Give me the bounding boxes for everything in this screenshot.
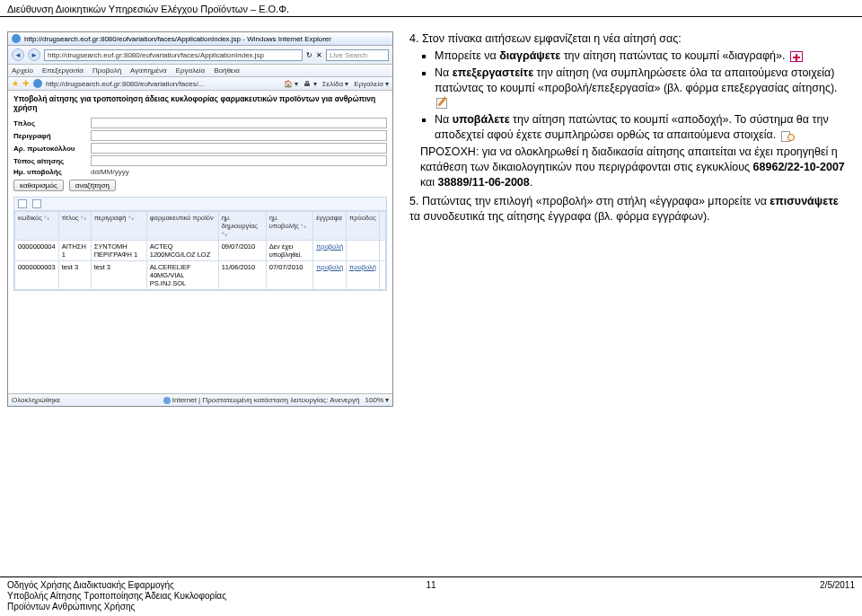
cell-kodikos: 0000000003 xyxy=(15,261,59,290)
step-4: 4. Στον πίνακα αιτήσεων εμφανίζεται η νέ… xyxy=(409,31,849,190)
bullet-warning: ΠΡΟΣΟΧΗ: για να ολοκληρωθεί η διαδικασία… xyxy=(420,145,849,190)
proodos-link[interactable]: προβολή xyxy=(349,263,376,271)
command-bar: 🏠 ▾ 🖶 ▾ Σελίδα ▾ Εργαλεία ▾ xyxy=(284,80,389,88)
edit-icon xyxy=(436,98,449,109)
eggrafa-link[interactable]: προβολή xyxy=(316,242,343,251)
col-hm-dim[interactable]: ημ. δημιουργίας ˢₓ xyxy=(218,212,266,241)
step-5: 5. Πατώντας την επιλογή «προβολή» στη στ… xyxy=(409,194,849,224)
col-titlos[interactable]: τίτλος ˢₓ xyxy=(58,212,91,241)
browser-window: http://drugsearch.eof.gr:8080/eofvariati… xyxy=(7,31,393,407)
val-hm: dd/MM/yyyy xyxy=(91,168,129,176)
cell-hm-yp: 07/07/2010 xyxy=(266,261,312,290)
browser-address-bar: ◄ ► http://drugsearch.eof.gr:8080/eofvar… xyxy=(8,46,392,65)
page-title: Υποβολή αίτησης για τροποποίηση άδειας κ… xyxy=(13,94,387,112)
col-hm-yp[interactable]: ημ. υποβολής ˢₓ xyxy=(266,212,312,241)
page-header: Διεύθυνση Διοικητικών Υπηρεσιών Ελέγχου … xyxy=(0,0,862,17)
cell-proodos xyxy=(347,241,380,261)
window-title: http://drugsearch.eof.gr:8080/eofvariati… xyxy=(24,35,331,43)
cell-actions[interactable] xyxy=(379,241,385,261)
back-button[interactable]: ◄ xyxy=(12,48,24,61)
page-footer: Οδηγός Χρήσης Διαδικτυακής Εφαρμογής Υπο… xyxy=(0,576,862,612)
security-zone: Internet | Προστατευμένη κατάσταση λειτο… xyxy=(163,396,360,404)
grid-toolbar xyxy=(14,198,386,211)
tab-row: ★ ✚ http://drugsearch.eof.gr:8080/eofvar… xyxy=(8,77,392,91)
menu-view[interactable]: Προβολή xyxy=(92,66,121,75)
cell-titlos: test 3 xyxy=(58,261,91,290)
lbl-hm: Ημ. υποβολής xyxy=(13,168,85,176)
grid-table: κωδικός ˢₓ τίτλος ˢₓ περιγραφή ˢₓ φαρμακ… xyxy=(14,211,386,290)
col-actions xyxy=(379,212,385,241)
applications-grid: κωδικός ˢₓ τίτλος ˢₓ περιγραφή ˢₓ φαρμακ… xyxy=(13,197,387,291)
favorites-icon[interactable]: ★ xyxy=(12,79,19,88)
col-perigrafi[interactable]: περιγραφή ˢₓ xyxy=(91,212,146,241)
footer-date: 2/5/2011 xyxy=(820,580,855,590)
cell-hm-dim: 09/07/2010 xyxy=(218,241,266,261)
bullet-delete: Μπορείτε να διαγράψετε την αίτηση πατώντ… xyxy=(435,48,849,64)
footer-page-number: 11 xyxy=(426,580,435,590)
print-icon[interactable]: 🖶 ▾ xyxy=(303,80,316,88)
browser-titlebar: http://drugsearch.eof.gr:8080/eofvariati… xyxy=(8,32,392,46)
refresh-icon[interactable]: ↻ xyxy=(306,51,312,59)
instructions: 4. Στον πίνακα αιτήσεων εμφανίζεται η νέ… xyxy=(409,31,855,407)
search-button[interactable]: αναζήτηση xyxy=(69,180,116,191)
bullet-submit: Να υποβάλετε την αίτηση πατώντας το κουμ… xyxy=(435,112,849,143)
cell-hm-dim: 11/06/2010 xyxy=(218,261,266,290)
cell-kodikos: 0000000004 xyxy=(15,241,59,261)
cell-farmako: ACTEQ 1200MCG/LOZ LOZ xyxy=(146,241,218,261)
grid-header-row: κωδικός ˢₓ τίτλος ˢₓ περιγραφή ˢₓ φαρμακ… xyxy=(15,212,386,241)
internet-icon xyxy=(163,397,171,404)
app-body: Υποβολή αίτησης για τροποποίηση άδειας κ… xyxy=(8,91,392,295)
grid-add-icon[interactable] xyxy=(18,199,27,208)
stop-icon[interactable]: ✕ xyxy=(316,51,322,59)
menu-file[interactable]: Αρχείο xyxy=(12,66,33,75)
lbl-titlos: Τίτλος xyxy=(13,119,85,128)
input-perigrafi[interactable] xyxy=(91,130,387,141)
browser-statusbar: Ολοκληρώθηκε Internet | Προστατευμένη κα… xyxy=(8,393,392,406)
footer-left: Οδηγός Χρήσης Διαδικτυακής Εφαρμογής Υπο… xyxy=(7,580,226,612)
url-field[interactable]: http://drugsearch.eof.gr:8080/eofvariati… xyxy=(44,49,303,61)
content-area: http://drugsearch.eof.gr:8080/eofvariati… xyxy=(0,17,862,407)
cell-perigrafi: test 3 xyxy=(91,261,146,290)
lbl-perigrafi: Περιγραφή xyxy=(13,132,85,140)
tab-label[interactable]: http://drugsearch.eof.gr:8080/eofvariati… xyxy=(46,80,205,88)
status-done: Ολοκληρώθηκε xyxy=(12,396,60,404)
input-protokollo[interactable] xyxy=(91,143,387,154)
input-titlos[interactable] xyxy=(91,118,387,128)
lbl-typos: Τύπος αίτησης xyxy=(13,157,85,165)
lbl-protokollo: Αρ. πρωτοκόλλου xyxy=(13,145,85,153)
forward-button[interactable]: ► xyxy=(28,48,40,61)
col-farmako[interactable]: φαρμακευτικό προϊόν xyxy=(146,212,218,241)
search-field[interactable]: Live Search xyxy=(326,49,389,61)
col-kodikos[interactable]: κωδικός ˢₓ xyxy=(15,212,59,241)
grid-refresh-icon[interactable] xyxy=(32,199,41,208)
eggrafa-link[interactable]: προβολή xyxy=(316,263,343,271)
col-proodos[interactable]: πρόοδος xyxy=(347,212,380,241)
menu-help[interactable]: Βοήθεια xyxy=(214,66,240,75)
form-buttons: καθαρισμός αναζήτηση xyxy=(13,180,387,191)
cell-titlos: ΑΙΤΗΣΗ 1 xyxy=(58,241,91,261)
table-row: 0000000004 ΑΙΤΗΣΗ 1 ΣΥΝΤΟΜΗ ΠΕΡΙΓΡΑΦΗ 1 … xyxy=(15,241,386,261)
ie-icon xyxy=(12,34,21,43)
browser-menu: Αρχείο Επεξεργασία Προβολή Αγαπημένα Εργ… xyxy=(8,65,392,77)
delete-icon xyxy=(790,51,803,62)
cell-actions[interactable] xyxy=(379,261,385,290)
menu-favorites[interactable]: Αγαπημένα xyxy=(130,66,167,75)
attach-icon xyxy=(781,130,796,141)
cell-hm-yp: Δεν έχει υποβληθεί. xyxy=(266,241,312,261)
page-menu[interactable]: Σελίδα ▾ xyxy=(322,80,349,88)
input-typos[interactable] xyxy=(91,155,387,166)
tools-menu[interactable]: Εργαλεία ▾ xyxy=(354,80,389,88)
home-icon[interactable]: 🏠 ▾ xyxy=(284,80,298,88)
cell-perigrafi: ΣΥΝΤΟΜΗ ΠΕΡΙΓΡΑΦΗ 1 xyxy=(91,241,146,261)
cell-farmako: ALCERELIEF 40MG/VIAL PS.INJ.SOL xyxy=(146,261,218,290)
clear-button[interactable]: καθαρισμός xyxy=(13,180,64,191)
col-eggrafa[interactable]: έγγραφα xyxy=(313,212,347,241)
menu-edit[interactable]: Επεξεργασία xyxy=(42,66,84,75)
tab-icon xyxy=(33,79,42,88)
header-title: Διεύθυνση Διοικητικών Υπηρεσιών Ελέγχου … xyxy=(7,4,289,14)
zoom-level[interactable]: 100% ▾ xyxy=(365,396,389,404)
bullet-edit: Να επεξεργαστείτε την αίτηση (να συμπληρ… xyxy=(435,66,849,111)
table-row: 0000000003 test 3 test 3 ALCERELIEF 40MG… xyxy=(15,261,386,290)
add-favorite-icon[interactable]: ✚ xyxy=(22,79,30,88)
menu-tools[interactable]: Εργαλεία xyxy=(176,66,205,75)
